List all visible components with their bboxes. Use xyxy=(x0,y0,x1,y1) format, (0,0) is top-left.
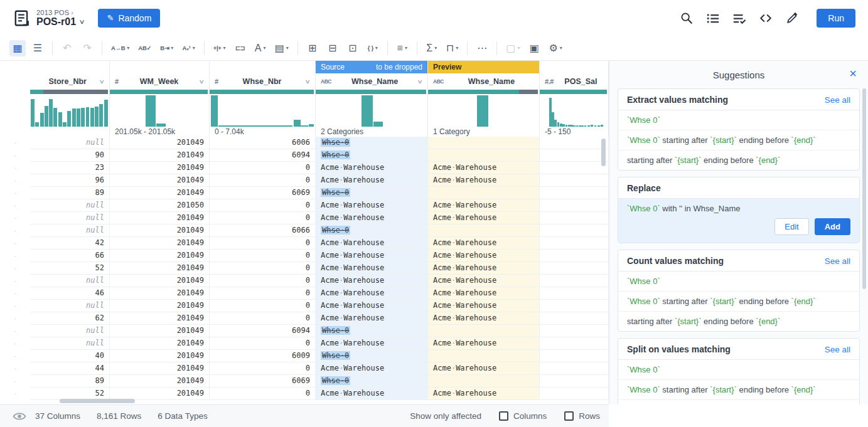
cell-prev[interactable]: Acme·Warehouse xyxy=(428,387,540,400)
row-handle[interactable]: · xyxy=(0,300,30,312)
column-menu-chevron-icon[interactable]: ∨ xyxy=(305,78,311,85)
matched-value[interactable]: Whse·0 xyxy=(321,138,350,147)
histogram-bar[interactable] xyxy=(584,125,587,127)
view-settings-button[interactable]: ⚙▾ xyxy=(546,40,564,56)
column-histogram[interactable] xyxy=(429,94,538,127)
recipe-list-icon[interactable] xyxy=(706,11,720,25)
more-button[interactable]: ⋯ xyxy=(474,40,490,56)
histogram-bar[interactable] xyxy=(31,99,35,127)
histogram-bar[interactable] xyxy=(562,124,565,127)
sample-random-button[interactable]: ✎ Random xyxy=(98,9,160,28)
histogram-bar[interactable] xyxy=(146,95,156,127)
cell-prev[interactable]: Acme·Warehouse xyxy=(428,237,540,250)
cell-week[interactable]: 201049 xyxy=(110,137,210,149)
merge-button[interactable]: ⊏⊐ xyxy=(232,40,249,56)
histogram-bar[interactable] xyxy=(568,125,571,127)
cell-week[interactable]: 201049 xyxy=(110,312,210,325)
histogram-bar[interactable] xyxy=(58,112,62,127)
cell-week[interactable]: 201049 xyxy=(110,262,210,275)
eye-icon[interactable] xyxy=(13,411,26,421)
data-quality-bar[interactable] xyxy=(210,90,314,94)
cell-week[interactable]: 201049 xyxy=(110,174,210,187)
histogram-bar[interactable] xyxy=(597,125,600,127)
column-histogram[interactable] xyxy=(210,94,314,127)
cell-src[interactable]: Whse·0 xyxy=(316,149,428,162)
column-header-src[interactable]: ABCWhse_Name∨ xyxy=(316,73,427,90)
suggestion-item[interactable]: `Whse 0` with '' in Whse_NameEditAdd xyxy=(618,199,859,243)
cell-whse[interactable]: 0 xyxy=(210,337,316,350)
cell-week[interactable]: 201049 xyxy=(110,325,210,337)
histogram-bar[interactable] xyxy=(86,107,90,127)
histogram-bar[interactable] xyxy=(594,125,597,127)
cell-pos[interactable] xyxy=(540,199,609,212)
nest-button[interactable]: { }▾ xyxy=(365,40,381,56)
histogram-bar[interactable] xyxy=(45,106,48,127)
cell-pos[interactable] xyxy=(540,387,609,400)
cell-src[interactable]: Acme·Warehouse xyxy=(316,275,428,287)
cell-pos[interactable] xyxy=(540,137,609,149)
cell-pos[interactable] xyxy=(540,212,609,224)
cell-pos[interactable] xyxy=(540,287,609,300)
see-all-link[interactable]: See all xyxy=(825,256,850,266)
row-handle[interactable]: · xyxy=(0,149,30,162)
cell-week[interactable]: 201049 xyxy=(110,300,210,312)
cell-src[interactable]: Acme·Warehouse xyxy=(316,262,428,275)
row-handle[interactable]: · xyxy=(0,362,30,375)
quality-valid[interactable] xyxy=(30,90,43,94)
cell-prev[interactable] xyxy=(428,149,540,162)
recipe-search-button[interactable]: ▣ xyxy=(526,40,542,56)
table-row[interactable]: ·null2010490Acme·WarehouseAcme·Warehouse xyxy=(0,275,609,287)
table-row[interactable]: ·null2010490Acme·WarehouseAcme·Warehouse xyxy=(0,212,609,224)
quality-valid[interactable] xyxy=(210,90,314,94)
row-handle[interactable]: · xyxy=(0,199,30,212)
histogram-bar[interactable] xyxy=(565,125,568,127)
cell-store[interactable]: 40 xyxy=(30,350,110,362)
cell-week[interactable]: 201049 xyxy=(110,337,210,350)
cell-whse[interactable]: 6066 xyxy=(210,224,316,237)
cell-week[interactable]: 201049 xyxy=(110,362,210,375)
cell-prev[interactable]: Acme·Warehouse xyxy=(428,250,540,262)
table-row[interactable]: ·402010496009Whse·0 xyxy=(0,350,609,362)
row-handle[interactable]: · xyxy=(0,325,30,337)
horizontal-scrollbar[interactable] xyxy=(60,399,135,403)
suggestion-item[interactable]: `Whse 0` starting after `{start}` ending… xyxy=(618,380,859,400)
histogram-bar[interactable] xyxy=(49,99,53,127)
cell-store[interactable]: null xyxy=(30,224,110,237)
histogram-bar[interactable] xyxy=(557,122,560,127)
histogram-bar[interactable] xyxy=(218,125,292,127)
cell-store[interactable]: 89 xyxy=(30,187,110,199)
column-histogram[interactable] xyxy=(31,94,109,127)
cell-pos[interactable] xyxy=(540,224,609,237)
histogram-bar[interactable] xyxy=(90,108,94,127)
column-header-week[interactable]: #WM_Week∨ xyxy=(110,73,209,90)
eyedropper-icon[interactable] xyxy=(785,11,799,25)
histogram-bar[interactable] xyxy=(373,122,383,127)
column-menu-chevron-icon[interactable]: ∨ xyxy=(199,78,205,85)
list-view-button[interactable]: ☰ xyxy=(29,40,46,56)
suggestion-item[interactable]: starting after `{start}` ending before `… xyxy=(618,400,859,404)
cell-src[interactable]: Acme·Warehouse xyxy=(316,300,428,312)
table-row[interactable]: ·892010496069Whse·0 xyxy=(0,375,609,387)
cell-src[interactable]: Acme·Warehouse xyxy=(316,174,428,187)
table-row[interactable]: ·422010490Acme·WarehouseAcme·Warehouse xyxy=(0,237,609,250)
suggestion-item[interactable]: `Whse 0` starting after `{start}` ending… xyxy=(618,292,859,312)
table-row[interactable]: ·462010490Acme·WarehouseAcme·Warehouse xyxy=(0,287,609,300)
aggregate-button[interactable]: Σ▾ xyxy=(424,40,440,56)
cell-src[interactable]: Whse·0 xyxy=(316,224,428,237)
cell-pos[interactable] xyxy=(540,250,609,262)
cell-store[interactable]: null xyxy=(30,212,110,224)
quality-valid[interactable] xyxy=(316,90,426,94)
cell-prev[interactable]: Acme·Warehouse xyxy=(428,287,540,300)
row-handle[interactable]: · xyxy=(0,237,30,250)
histogram-bar[interactable] xyxy=(576,125,579,127)
cell-store[interactable]: 66 xyxy=(30,250,110,262)
row-handle[interactable]: · xyxy=(0,174,30,187)
cell-prev[interactable]: Acme·Warehouse xyxy=(428,174,540,187)
cell-whse[interactable]: 0 xyxy=(210,287,316,300)
histogram-bar[interactable] xyxy=(294,120,301,127)
cell-whse[interactable]: 0 xyxy=(210,199,316,212)
cell-prev[interactable]: Acme·Warehouse xyxy=(428,199,540,212)
cell-store[interactable]: 44 xyxy=(30,362,110,375)
column-header-pos[interactable]: #.#POS_Sal xyxy=(540,73,608,90)
cell-store[interactable]: 46 xyxy=(30,287,110,300)
